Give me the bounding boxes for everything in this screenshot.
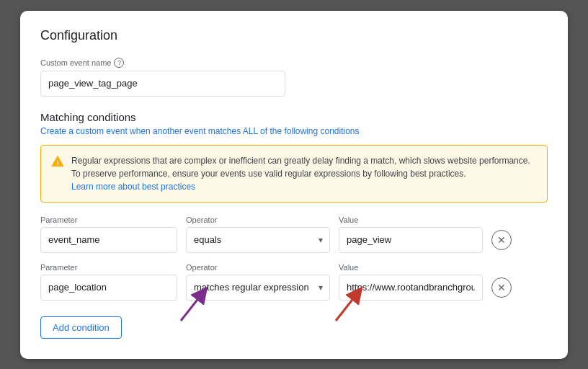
op-select-wrapper-1: equals contains matches regular expressi… — [186, 227, 330, 253]
val-label-1: Value — [339, 215, 483, 224]
conditions-wrapper: Parameter Operator equals contains match… — [40, 215, 548, 301]
val-col-2: Value — [339, 263, 483, 301]
warning-box: ! Regular expressions that are complex o… — [40, 145, 548, 203]
custom-event-input[interactable] — [40, 71, 285, 97]
close-icon-1: ✕ — [497, 234, 506, 246]
close-icon-2: ✕ — [497, 282, 506, 293]
svg-text:!: ! — [56, 158, 58, 166]
param-label-1: Parameter — [40, 215, 177, 224]
custom-event-label: Custom event name — [40, 58, 111, 67]
param-col-1: Parameter — [40, 215, 177, 253]
configuration-card: Configuration Custom event name ? Matchi… — [20, 11, 568, 359]
warning-icon: ! — [51, 155, 64, 168]
remove-button-2[interactable]: ✕ — [491, 277, 512, 298]
warning-text: Regular expressions that are complex or … — [71, 156, 530, 179]
val-input-1[interactable] — [339, 227, 483, 253]
add-condition-button[interactable]: Add condition — [40, 316, 122, 339]
param-input-2[interactable] — [40, 275, 177, 301]
help-icon[interactable]: ? — [114, 58, 124, 68]
op-select-2[interactable]: equals contains matches regular expressi… — [186, 275, 330, 301]
warning-link[interactable]: Learn more about best practices — [71, 182, 195, 192]
op-select-1[interactable]: equals contains matches regular expressi… — [186, 227, 330, 253]
param-label-2: Parameter — [40, 263, 177, 272]
op-col-2: Operator equals contains matches regular… — [186, 263, 330, 301]
op-label-2: Operator — [186, 263, 330, 272]
op-select-wrapper-2: equals contains matches regular expressi… — [186, 275, 330, 301]
matching-title: Matching conditions — [40, 111, 548, 123]
param-col-2: Parameter — [40, 263, 177, 301]
op-label-1: Operator — [186, 215, 330, 224]
op-col-1: Operator equals contains matches regular… — [186, 215, 330, 253]
card-title: Configuration — [40, 28, 548, 43]
param-input-1[interactable] — [40, 227, 177, 253]
custom-event-label-row: Custom event name ? — [40, 58, 548, 68]
condition-row-1: Parameter Operator equals contains match… — [40, 215, 548, 253]
matching-subtitle: Create a custom event when another event… — [40, 126, 548, 136]
remove-button-1[interactable]: ✕ — [491, 230, 512, 250]
val-label-2: Value — [339, 263, 483, 272]
val-input-2[interactable] — [339, 275, 483, 301]
val-col-1: Value — [339, 215, 483, 253]
condition-row-2: Parameter Operator equals contains match… — [40, 263, 548, 301]
warning-content: Regular expressions that are complex or … — [71, 154, 537, 193]
